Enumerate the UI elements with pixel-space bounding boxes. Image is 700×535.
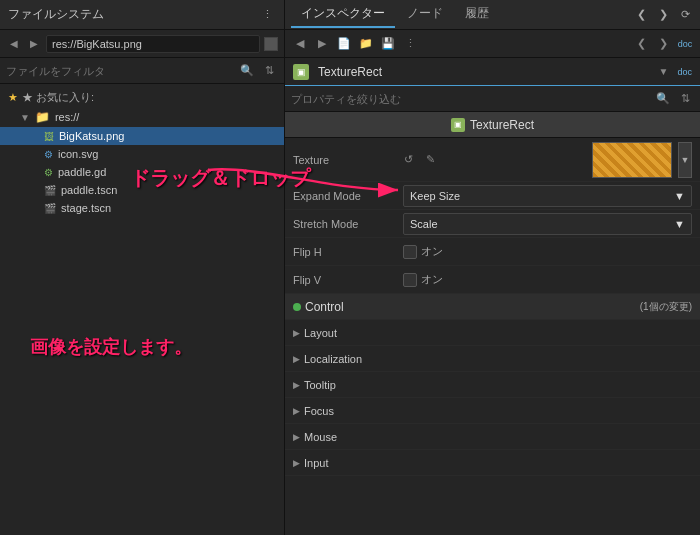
folder-icon: 📁 xyxy=(35,110,50,124)
path-thumbnail xyxy=(264,37,278,51)
filter-input[interactable] xyxy=(6,65,234,77)
file-name-icon: icon.svg xyxy=(58,148,98,160)
property-search-input[interactable] xyxy=(291,93,650,105)
file-paddle-gd[interactable]: ⚙ paddle.gd xyxy=(0,163,284,181)
tscn-icon-1: 🎬 xyxy=(44,185,56,196)
tab-bar: インスペクター ノード 履歴 ❮ ❯ ⟳ xyxy=(285,0,700,30)
texture-reset-btn[interactable]: ↺ xyxy=(399,151,417,169)
stretch-mode-value: Scale ▼ xyxy=(403,213,692,235)
flip-h-check-label: オン xyxy=(421,244,443,259)
favorites-label: ★ お気に入り: xyxy=(22,90,94,105)
input-arrow: ▶ xyxy=(293,458,300,468)
localization-section[interactable]: ▶ Localization xyxy=(285,346,700,372)
flip-h-label: Flip H xyxy=(293,246,403,258)
search-options-icon[interactable]: ⇅ xyxy=(676,90,694,108)
back-button[interactable]: ◀ xyxy=(6,36,22,52)
flip-v-value: オン xyxy=(403,272,692,287)
node-forward-btn[interactable]: ▶ xyxy=(313,35,331,53)
expand-mode-value: Keep Size ▼ xyxy=(403,185,692,207)
panel-menu-icon[interactable]: ⋮ xyxy=(258,6,276,24)
focus-section[interactable]: ▶ Focus xyxy=(285,398,700,424)
favorites-section: ★ ★ お気に入り: xyxy=(0,88,284,107)
node-name-label: TextureRect xyxy=(313,65,655,79)
focus-label: Focus xyxy=(304,405,334,417)
texture-preview[interactable] xyxy=(592,142,672,178)
node-doc-icon[interactable]: doc xyxy=(677,67,692,77)
tab-inspector[interactable]: インスペクター xyxy=(291,1,395,28)
forward-button[interactable]: ▶ xyxy=(26,36,42,52)
stretch-mode-dropdown[interactable]: Scale ▼ xyxy=(403,213,692,235)
tab-next-icon[interactable]: ❯ xyxy=(654,6,672,24)
panel-title: ファイルシステム xyxy=(8,6,104,23)
file-name-stage-tscn: stage.tscn xyxy=(61,202,111,214)
file-bigkatsu[interactable]: 🖼 BigKatsu.png xyxy=(0,127,284,145)
stretch-mode-row: Stretch Mode Scale ▼ xyxy=(285,210,700,238)
input-section[interactable]: ▶ Input xyxy=(285,450,700,476)
layout-arrow: ▶ xyxy=(293,328,300,338)
inspector-panel: インスペクター ノード 履歴 ❮ ❯ ⟳ ◀ ▶ 📄 📁 💾 ⋮ ❮ ❯ doc… xyxy=(285,0,700,535)
node-menu-btn[interactable]: ⋮ xyxy=(401,35,419,53)
tooltip-label: Tooltip xyxy=(304,379,336,391)
folder-collapse-icon: ▼ xyxy=(20,112,30,123)
search-icon[interactable]: 🔍 xyxy=(238,62,256,80)
expand-mode-dropdown[interactable]: Keep Size ▼ xyxy=(403,185,692,207)
file-paddle-tscn[interactable]: 🎬 paddle.tscn xyxy=(0,181,284,199)
panel-header-icons: ⋮ xyxy=(258,6,276,24)
flip-h-value: オン xyxy=(403,244,692,259)
node-doc-link[interactable]: doc xyxy=(676,35,694,53)
control-title: Control xyxy=(305,300,636,314)
path-bar: ◀ ▶ res://BigKatsu.png xyxy=(0,30,284,58)
localization-label: Localization xyxy=(304,353,362,365)
search-icon-right[interactable]: 🔍 xyxy=(654,90,672,108)
layout-section[interactable]: ▶ Layout xyxy=(285,320,700,346)
flip-v-label: Flip V xyxy=(293,274,403,286)
tooltip-section[interactable]: ▶ Tooltip xyxy=(285,372,700,398)
path-display: res://BigKatsu.png xyxy=(46,35,260,53)
tab-history[interactable]: 履歴 xyxy=(455,1,499,28)
input-label: Input xyxy=(304,457,328,469)
stretch-mode-label: Stretch Mode xyxy=(293,218,403,230)
img-icon: 🖼 xyxy=(44,131,54,142)
node-dropdown-arrow[interactable]: ▼ xyxy=(659,66,669,77)
mouse-label: Mouse xyxy=(304,431,337,443)
tab-nav-icons: ❮ ❯ ⟳ xyxy=(632,6,694,24)
filter-options-icon[interactable]: ⇅ xyxy=(260,62,278,80)
filter-bar: 🔍 ⇅ xyxy=(0,58,284,84)
node-nav-next[interactable]: ❯ xyxy=(654,35,672,53)
node-nav-prev[interactable]: ❮ xyxy=(632,35,650,53)
node-bar: ◀ ▶ 📄 📁 💾 ⋮ ❮ ❯ doc xyxy=(285,30,700,58)
res-folder-label: res:// xyxy=(55,111,79,123)
texture-dropdown-btn[interactable]: ▼ xyxy=(678,142,692,178)
node-back-btn[interactable]: ◀ xyxy=(291,35,309,53)
flip-h-checkbox[interactable] xyxy=(403,245,417,259)
localization-arrow: ▶ xyxy=(293,354,300,364)
mouse-section[interactable]: ▶ Mouse xyxy=(285,424,700,450)
texturerect-icon: ▣ xyxy=(293,64,309,80)
flip-v-row: Flip V オン xyxy=(285,266,700,294)
expand-mode-arrow: ▼ xyxy=(674,190,685,202)
expand-mode-value-text: Keep Size xyxy=(410,190,460,202)
focus-arrow: ▶ xyxy=(293,406,300,416)
section-title: TextureRect xyxy=(470,118,534,132)
file-icon-svg[interactable]: ⚙ icon.svg xyxy=(0,145,284,163)
file-name-paddle-gd: paddle.gd xyxy=(58,166,106,178)
tab-history-icon[interactable]: ⟳ xyxy=(676,6,694,24)
tab-prev-icon[interactable]: ❮ xyxy=(632,6,650,24)
tscn-icon-2: 🎬 xyxy=(44,203,56,214)
tab-node[interactable]: ノード xyxy=(397,1,453,28)
texture-row: Texture ↺ ✎ ▼ xyxy=(285,138,700,182)
control-section-header[interactable]: Control (1個の変更) xyxy=(285,294,700,320)
texture-edit-btn[interactable]: ✎ xyxy=(421,151,439,169)
file-name-bigkatsu: BigKatsu.png xyxy=(59,130,124,142)
expand-mode-label: Expand Mode xyxy=(293,190,403,202)
node-folder-btn[interactable]: 📁 xyxy=(357,35,375,53)
panel-header: ファイルシステム ⋮ xyxy=(0,0,284,30)
stretch-mode-value-text: Scale xyxy=(410,218,438,230)
node-save-btn[interactable]: 💾 xyxy=(379,35,397,53)
flip-v-checkbox[interactable] xyxy=(403,273,417,287)
layout-label: Layout xyxy=(304,327,337,339)
res-folder[interactable]: ▼ 📁 res:// xyxy=(0,107,284,127)
node-file-btn[interactable]: 📄 xyxy=(335,35,353,53)
flip-v-check-label: オン xyxy=(421,272,443,287)
file-stage-tscn[interactable]: 🎬 stage.tscn xyxy=(0,199,284,217)
